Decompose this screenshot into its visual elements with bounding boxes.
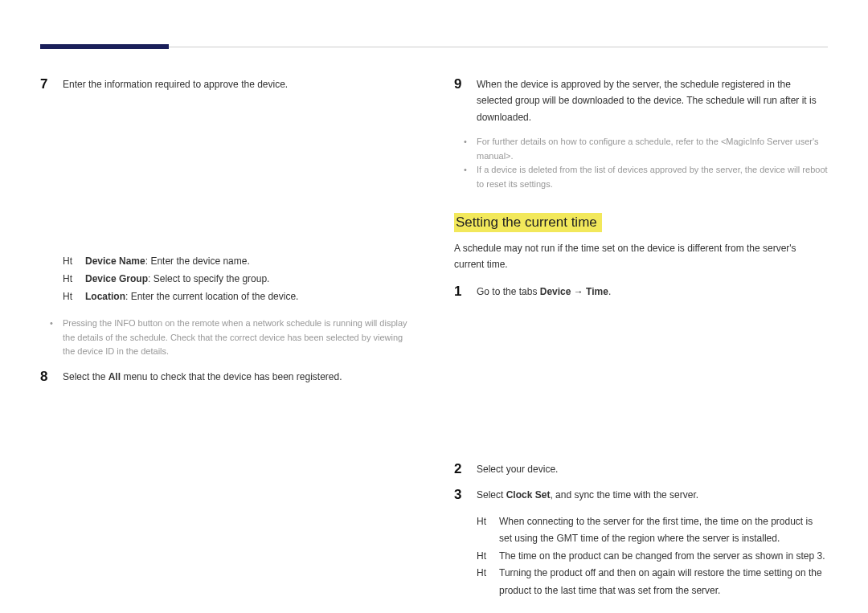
section-heading: Setting the current time bbox=[454, 213, 602, 232]
step-number: 3 bbox=[454, 487, 467, 503]
step-2: 2 Select your device. bbox=[454, 461, 828, 477]
step-text: Select the All menu to check that the de… bbox=[63, 369, 342, 385]
step-text: Select your device. bbox=[477, 461, 558, 477]
time-note: Ht Turning the product off and then on a… bbox=[477, 565, 828, 599]
step-text: Go to the tabs Device → Time. bbox=[477, 284, 611, 300]
step-number: 7 bbox=[40, 76, 53, 92]
time-note: Ht When connecting to the server for the… bbox=[477, 513, 828, 548]
two-columns: 7 Enter the information required to appr… bbox=[40, 76, 828, 613]
dash-mark: Ht bbox=[63, 288, 77, 306]
field-location: Ht Location: Enter the current location … bbox=[63, 288, 414, 306]
dash-mark: Ht bbox=[477, 513, 491, 548]
step-number: 1 bbox=[454, 284, 467, 300]
right-column: 9 When the device is approved by the ser… bbox=[454, 76, 828, 613]
note-item: • For further details on how to configur… bbox=[464, 135, 828, 163]
note-text: The time on the product can be changed f… bbox=[499, 548, 825, 566]
screenshot-placeholder bbox=[477, 310, 828, 447]
screenshot-placeholder bbox=[63, 102, 414, 239]
step-7: 7 Enter the information required to appr… bbox=[40, 76, 414, 92]
step-text: When the device is approved by the serve… bbox=[477, 76, 828, 125]
dash-mark: Ht bbox=[63, 253, 77, 271]
step-number: 2 bbox=[454, 461, 467, 477]
step-number: 9 bbox=[454, 76, 467, 92]
note-text: When connecting to the server for the fi… bbox=[499, 513, 828, 548]
step-3: 3 Select Clock Set, and sync the time wi… bbox=[454, 487, 828, 503]
step-8: 8 Select the All menu to check that the … bbox=[40, 369, 414, 385]
dash-mark: Ht bbox=[477, 565, 491, 599]
time-notes-list: Ht When connecting to the server for the… bbox=[477, 513, 828, 600]
note-text: If a device is deleted from the list of … bbox=[477, 163, 828, 191]
note-item: • If a device is deleted from the list o… bbox=[464, 163, 828, 191]
time-note: Ht The time on the product can be change… bbox=[477, 548, 828, 566]
accent-bar bbox=[40, 44, 169, 49]
step-text: Enter the information required to approv… bbox=[63, 76, 288, 92]
field-device-group: Ht Device Group: Select to specify the g… bbox=[63, 271, 414, 288]
step-1: 1 Go to the tabs Device → Time. bbox=[454, 284, 828, 300]
field-list: Ht Device Name: Enter the device name. H… bbox=[63, 253, 414, 305]
section-lead: A schedule may not run if the time set o… bbox=[454, 240, 828, 273]
note-list: • Pressing the INFO button on the remote… bbox=[50, 317, 414, 359]
page: 7 Enter the information required to appr… bbox=[0, 0, 868, 613]
field-line: Device Name: Enter the device name. bbox=[85, 253, 250, 271]
note-list: • For further details on how to configur… bbox=[464, 135, 828, 191]
step-9: 9 When the device is approved by the ser… bbox=[454, 76, 828, 125]
section-heading-wrap: Setting the current time bbox=[454, 202, 828, 240]
field-device-name: Ht Device Name: Enter the device name. bbox=[63, 253, 414, 271]
note-text: Pressing the INFO button on the remote w… bbox=[63, 317, 414, 359]
note-text: For further details on how to configure … bbox=[477, 135, 828, 163]
bullet-icon: • bbox=[50, 317, 56, 359]
field-line: Location: Enter the current location of … bbox=[85, 288, 298, 306]
note-text: Turning the product off and then on agai… bbox=[499, 565, 828, 599]
field-line: Device Group: Select to specify the grou… bbox=[85, 271, 269, 288]
dash-mark: Ht bbox=[63, 271, 77, 288]
bullet-icon: • bbox=[464, 163, 470, 191]
bullet-icon: • bbox=[464, 135, 470, 163]
step-number: 8 bbox=[40, 369, 53, 385]
step-text: Select Clock Set, and sync the time with… bbox=[477, 487, 698, 503]
note-item: • Pressing the INFO button on the remote… bbox=[50, 317, 414, 359]
left-column: 7 Enter the information required to appr… bbox=[40, 76, 414, 613]
dash-mark: Ht bbox=[477, 548, 491, 566]
